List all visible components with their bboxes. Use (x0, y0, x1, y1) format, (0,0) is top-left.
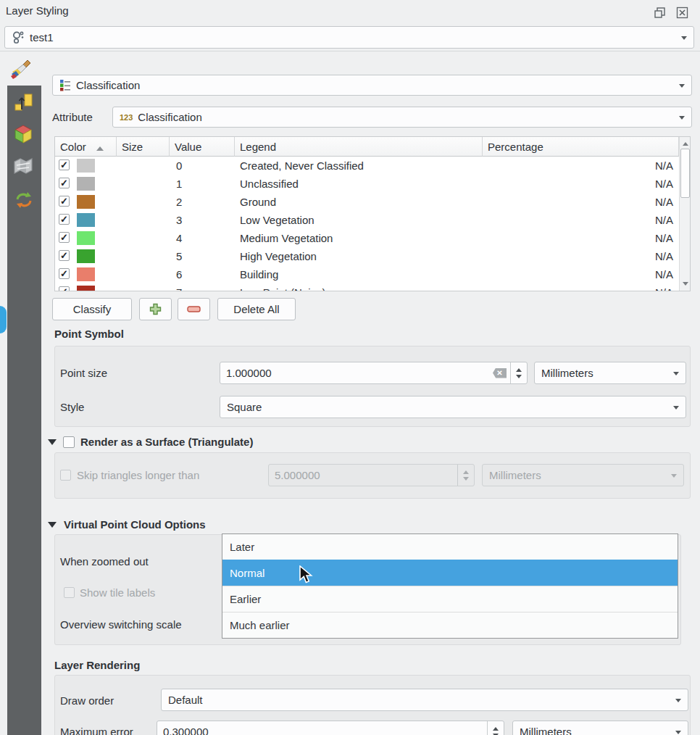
table-row[interactable]: ✓ 5 High Vegetation N/A (55, 247, 679, 265)
row-legend: Building (240, 265, 278, 283)
max-error-input[interactable]: 0.300000 (157, 721, 504, 735)
row-percentage: N/A (655, 211, 673, 229)
elevation-icon[interactable] (14, 92, 34, 112)
row-visibility-checkbox[interactable]: ✓ (59, 232, 70, 243)
dropdown-option[interactable]: Earlier (222, 586, 678, 612)
table-body: ✓ 0 Created, Never Classified N/A ✓ 1 Un… (55, 157, 679, 291)
row-visibility-checkbox[interactable]: ✓ (59, 250, 70, 261)
row-value: 4 (176, 229, 182, 247)
row-value: 6 (176, 265, 182, 283)
point-size-input[interactable]: 1.000000 ✕ (220, 362, 528, 384)
table-row[interactable]: ✓ 2 Ground N/A (55, 193, 679, 211)
column-header-color[interactable]: Color (55, 137, 117, 157)
row-color-chip[interactable] (77, 159, 95, 173)
row-visibility-checkbox[interactable]: ✓ (59, 196, 70, 207)
row-color-chip[interactable] (77, 249, 95, 263)
renderer-type-value: Classification (76, 79, 140, 91)
style-combo[interactable]: Square (220, 396, 686, 418)
classify-button[interactable]: Classify (52, 298, 132, 320)
float-window-icon[interactable] (654, 7, 666, 19)
delete-all-button[interactable]: Delete All (217, 298, 296, 320)
classified-renderer-icon (59, 79, 71, 91)
show-tile-labels-checkbox[interactable] (64, 587, 75, 598)
point-size-unit-combo[interactable]: Millimeters (534, 362, 686, 384)
row-legend: Medium Vegetation (240, 229, 333, 247)
styling-tabbar (7, 86, 41, 735)
dropdown-option[interactable]: Normal (222, 560, 678, 586)
row-percentage: N/A (655, 247, 673, 265)
table-row[interactable]: ✓ 3 Low Vegetation N/A (55, 211, 679, 229)
chevron-down-icon (675, 731, 681, 735)
spinner-buttons[interactable] (487, 721, 504, 735)
row-visibility-checkbox[interactable]: ✓ (59, 159, 70, 170)
skip-triangles-checkbox[interactable] (60, 470, 71, 481)
row-value: 7 (176, 283, 182, 291)
scroll-down-button[interactable] (680, 280, 691, 291)
3d-view-cube-icon[interactable] (12, 123, 34, 145)
column-header-size[interactable]: Size (117, 137, 170, 157)
row-percentage: N/A (655, 157, 673, 175)
integer-field-icon: 123 (120, 113, 133, 122)
close-icon[interactable] (676, 7, 688, 19)
row-visibility-checkbox[interactable]: ✓ (59, 214, 70, 225)
table-scrollbar[interactable] (679, 137, 691, 291)
point-symbol-heading: Point Symbol (54, 328, 124, 340)
point-cloud-icon (12, 30, 25, 44)
table-row[interactable]: ✓ 4 Medium Vegetation N/A (55, 229, 679, 247)
chevron-down-icon (679, 84, 685, 91)
vpc-heading[interactable]: Virtual Point Cloud Options (64, 518, 206, 531)
plus-icon (149, 303, 162, 315)
clear-value-icon[interactable]: ✕ (493, 368, 507, 378)
remove-class-button[interactable] (178, 298, 210, 320)
renderer-type-combo[interactable]: Classification (52, 75, 692, 96)
collapse-triangle-icon[interactable] (48, 522, 57, 528)
row-color-chip[interactable] (77, 213, 95, 227)
row-color-chip[interactable] (77, 267, 95, 281)
history-icon[interactable] (14, 190, 34, 210)
row-visibility-checkbox[interactable]: ✓ (59, 268, 70, 279)
row-value: 2 (176, 193, 182, 211)
mouse-cursor (299, 565, 313, 586)
attribute-combo[interactable]: 123 Classification (112, 107, 692, 128)
when-zoomed-out-label: When zoomed out (60, 555, 149, 568)
table-row[interactable]: ✓ 0 Created, Never Classified N/A (55, 157, 679, 175)
table-row[interactable]: ✓ 6 Building N/A (55, 265, 679, 283)
column-header-value[interactable]: Value (170, 137, 235, 157)
row-color-chip[interactable] (77, 177, 95, 191)
row-visibility-checkbox[interactable]: ✓ (59, 286, 70, 291)
chevron-down-icon (673, 372, 679, 378)
skip-triangles-input: 5.000000 (268, 464, 475, 486)
row-legend: Low Vegetation (240, 211, 314, 229)
labels-map-icon[interactable] (12, 157, 34, 177)
style-label: Style (60, 401, 84, 413)
scroll-up-button[interactable] (680, 137, 691, 148)
max-error-unit-combo[interactable]: Millimeters (512, 721, 688, 735)
add-class-button[interactable] (139, 298, 172, 320)
row-color-chip[interactable] (77, 195, 95, 209)
surface-heading[interactable]: Render as a Surface (Triangulate) (80, 436, 253, 448)
symbology-paintbrush-icon[interactable] (10, 58, 32, 80)
skip-triangles-label: Skip triangles longer than (77, 469, 199, 481)
row-color-chip[interactable] (77, 286, 95, 291)
row-legend: Created, Never Classified (240, 157, 364, 175)
panel-collapse-handle[interactable] (0, 306, 7, 333)
row-color-chip[interactable] (77, 231, 95, 245)
layer-select-combo[interactable]: test1 (4, 26, 694, 49)
dropdown-option[interactable]: Much earlier (222, 612, 678, 638)
spinner-buttons[interactable] (510, 362, 527, 383)
overview-scale-label: Overview switching scale (60, 618, 182, 631)
draw-order-label: Draw order (60, 694, 114, 707)
collapse-triangle-icon[interactable] (48, 439, 57, 445)
dropdown-option[interactable]: Later (222, 534, 678, 560)
row-percentage: N/A (655, 175, 673, 193)
column-header-percentage[interactable]: Percentage (483, 137, 679, 157)
draw-order-combo[interactable]: Default (161, 689, 688, 711)
table-row[interactable]: ✓ 7 Low Point (Noise) N/A (55, 283, 679, 291)
surface-group-checkbox[interactable] (63, 436, 75, 448)
column-header-legend[interactable]: Legend (235, 137, 483, 157)
row-visibility-checkbox[interactable]: ✓ (59, 178, 70, 188)
row-percentage: N/A (655, 265, 673, 283)
scrollbar-thumb[interactable] (680, 149, 690, 198)
table-row[interactable]: ✓ 1 Unclassified N/A (55, 175, 679, 193)
row-value: 0 (176, 157, 182, 175)
